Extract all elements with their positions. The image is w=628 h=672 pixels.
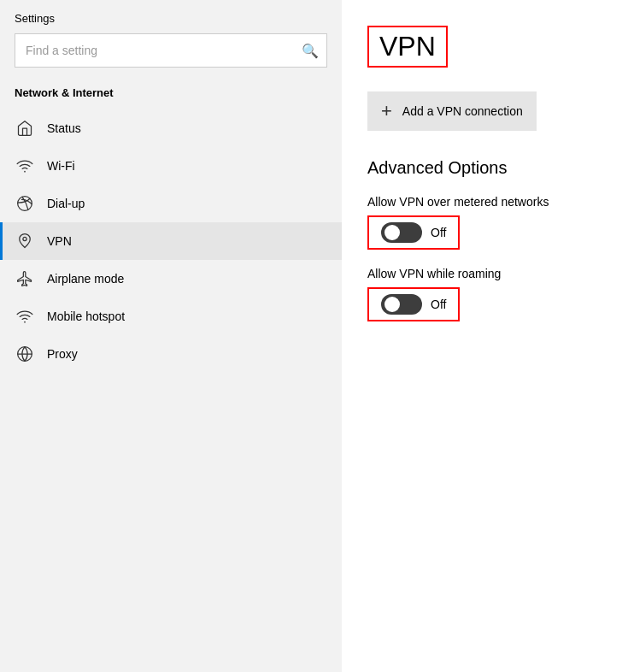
search-box[interactable]: 🔍 xyxy=(15,33,327,68)
sidebar-item-wifi[interactable]: Wi-Fi xyxy=(0,147,342,185)
page-title: VPN xyxy=(367,26,448,68)
sidebar: Settings 🔍 Network & Internet Status Wi-… xyxy=(0,0,342,672)
svg-point-0 xyxy=(24,171,26,173)
toggle-switch-metered[interactable] xyxy=(381,222,422,243)
app-title: Settings xyxy=(0,0,342,33)
toggle-row-roaming[interactable]: Off xyxy=(367,287,460,321)
main-content: VPN + Add a VPN connection Advanced Opti… xyxy=(342,0,628,672)
hotspot-icon xyxy=(15,306,35,327)
toggle-section-metered: Allow VPN over metered networks Off xyxy=(367,195,602,250)
dialup-icon xyxy=(15,193,35,214)
sidebar-item-label-wifi: Wi-Fi xyxy=(47,159,75,173)
search-input[interactable] xyxy=(15,33,327,68)
toggle-state-metered: Off xyxy=(431,226,446,239)
sidebar-item-airplane[interactable]: Airplane mode xyxy=(0,260,342,298)
toggle-state-roaming: Off xyxy=(431,298,446,311)
proxy-icon xyxy=(15,344,35,364)
sidebar-item-label-hotspot: Mobile hotspot xyxy=(47,309,125,323)
toggle-label-roaming: Allow VPN while roaming xyxy=(367,267,602,280)
svg-point-2 xyxy=(23,237,26,240)
add-icon: + xyxy=(381,100,392,122)
sidebar-item-vpn[interactable]: VPN xyxy=(0,222,342,260)
sidebar-item-status[interactable]: Status xyxy=(0,109,342,147)
toggle-track-roaming xyxy=(381,294,422,315)
toggle-section-roaming: Allow VPN while roaming Off xyxy=(367,267,602,321)
toggle-switch-roaming[interactable] xyxy=(381,294,422,315)
sidebar-item-proxy[interactable]: Proxy xyxy=(0,335,342,373)
add-vpn-label: Add a VPN connection xyxy=(402,104,523,118)
toggle-thumb-metered xyxy=(384,225,400,240)
section-header: Network & Internet xyxy=(0,80,342,109)
sidebar-item-hotspot[interactable]: Mobile hotspot xyxy=(0,298,342,335)
toggle-track-metered xyxy=(381,222,422,243)
sidebar-item-dialup[interactable]: Dial-up xyxy=(0,185,342,222)
wifi-icon xyxy=(15,156,35,176)
sidebar-item-label-status: Status xyxy=(47,121,81,135)
svg-point-3 xyxy=(24,321,26,323)
vpn-icon xyxy=(15,231,35,251)
search-icon: 🔍 xyxy=(302,43,319,59)
advanced-options-title: Advanced Options xyxy=(367,158,602,178)
sidebar-item-label-dialup: Dial-up xyxy=(47,197,85,210)
sidebar-item-label-vpn: VPN xyxy=(47,234,72,248)
sidebar-item-label-airplane: Airplane mode xyxy=(47,272,124,286)
status-icon xyxy=(15,118,35,139)
toggle-thumb-roaming xyxy=(384,297,400,312)
airplane-icon xyxy=(15,268,35,289)
toggle-label-metered: Allow VPN over metered networks xyxy=(367,195,602,209)
add-vpn-button[interactable]: + Add a VPN connection xyxy=(367,91,537,131)
sidebar-item-label-proxy: Proxy xyxy=(47,347,78,361)
toggle-row-metered[interactable]: Off xyxy=(367,215,460,250)
